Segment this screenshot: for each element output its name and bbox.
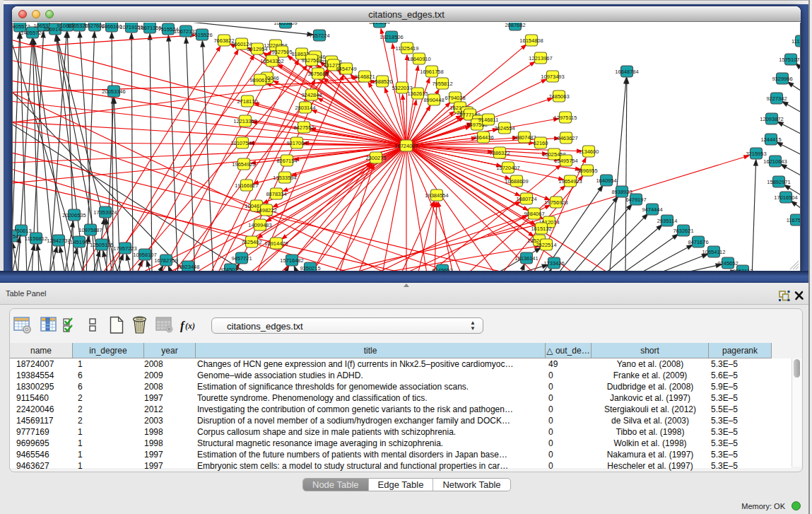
svg-text:16961758: 16961758 [420,69,443,75]
svg-text:20206535: 20206535 [62,212,86,218]
svg-text:1391547: 1391547 [13,233,22,240]
svg-text:10653809: 10653809 [273,23,297,26]
svg-text:9227342: 9227342 [766,95,787,102]
svg-text:2803144: 2803144 [295,105,315,111]
svg-text:7485063: 7485063 [548,93,569,100]
svg-text:10975887: 10975887 [78,227,102,233]
svg-text:6794028: 6794028 [445,95,465,101]
svg-text:9327508: 9327508 [301,57,322,64]
svg-text:8454749: 8454749 [336,66,356,72]
svg-text:8938923: 8938923 [611,189,632,195]
svg-text:12093872: 12093872 [760,116,783,122]
svg-text:8878334: 8878334 [266,191,286,197]
svg-text:18724007: 18724007 [394,143,418,149]
svg-text:16914479: 16914479 [264,240,288,247]
svg-text:9329966: 9329966 [772,76,792,82]
svg-text:12505135: 12505135 [90,242,113,248]
svg-text:16154808: 16154808 [519,37,543,44]
svg-text:9317004: 9317004 [286,140,307,146]
svg-text:10688609: 10688609 [505,178,528,185]
svg-text:12213363: 12213363 [233,118,257,124]
svg-text:11923448: 11923448 [177,264,200,270]
svg-text:1244415: 1244415 [760,136,781,143]
svg-text:6479197: 6479197 [625,197,646,203]
svg-text:1588520: 1588520 [372,78,392,85]
svg-text:9890613: 9890613 [249,77,270,83]
svg-text:9084067: 9084067 [524,211,544,217]
svg-text:19654923: 19654923 [558,178,582,185]
svg-text:9350215: 9350215 [300,265,320,271]
svg-text:7515526: 7515526 [192,32,212,38]
svg-text:3624554: 3624554 [494,125,514,132]
svg-text:1112048: 1112048 [792,38,800,45]
svg-text:7357224: 7357224 [309,33,329,39]
svg-text:9245652: 9245652 [717,260,738,267]
svg-text:8813054: 8813054 [369,23,389,25]
svg-text:10654112: 10654112 [702,249,726,255]
svg-text:8990448: 8990448 [423,97,444,103]
svg-text:2087682: 2087682 [505,23,525,28]
svg-text:18640910: 18640910 [407,56,430,62]
svg-text:8471676: 8471676 [688,239,708,245]
svg-text:9896955: 9896955 [577,168,597,174]
svg-text:19218506: 19218506 [379,34,403,40]
svg-text:7625402: 7625402 [241,239,261,245]
svg-text:9242848: 9242848 [301,92,322,98]
svg-text:16782759: 16782759 [154,257,177,264]
svg-text:10463627: 10463627 [554,135,577,141]
svg-text:1615132: 1615132 [531,226,551,232]
svg-text:11156812: 11156812 [25,235,47,242]
svg-text:19166827: 19166827 [235,182,258,189]
svg-text:7386322: 7386322 [489,150,510,156]
svg-text:13533594: 13533594 [273,175,296,181]
svg-text:8427552: 8427552 [293,124,314,131]
svg-text:3675685: 3675685 [307,71,328,77]
svg-text:19384554: 19384554 [425,192,448,199]
svg-text:15751074: 15751074 [779,57,800,63]
svg-text:2522514: 2522514 [536,242,556,248]
svg-text:16648784: 16648784 [615,69,638,75]
svg-text:15720407: 15720407 [496,165,519,171]
svg-text:(x): (x) [185,321,195,331]
svg-text:11451943: 11451943 [68,239,91,245]
svg-text:1880724: 1880724 [516,196,536,202]
svg-text:3215953: 3215953 [746,151,766,157]
svg-text:17016504: 17016504 [774,194,797,201]
svg-text:9457721: 9457721 [231,255,252,262]
svg-text:9474444: 9474444 [642,206,662,213]
svg-text:1167533: 1167533 [787,217,800,223]
svg-text:18136141: 18136141 [514,255,538,262]
svg-text:2718170: 2718170 [237,98,257,105]
svg-text:11325419: 11325419 [396,45,419,52]
svg-text:16543362: 16543362 [260,58,283,64]
svg-text:10107544: 10107544 [230,140,254,146]
svg-text:1498222: 1498222 [256,207,276,214]
svg-text:9327505: 9327505 [271,49,292,55]
svg-text:1640954: 1640954 [596,177,616,184]
svg-text:62160: 62160 [534,140,548,146]
svg-text:2300275: 2300275 [365,155,386,161]
svg-text:17957223: 17957223 [113,245,136,252]
svg-text:1134600: 1134600 [579,148,599,155]
svg-text:15892971: 15892971 [767,179,790,185]
svg-text:14099483: 14099483 [248,222,271,228]
svg-text:10958107: 10958107 [133,252,156,258]
svg-text:19654925: 19654925 [232,161,255,168]
svg-text:17353924: 17353924 [93,209,117,216]
svg-text:16210643: 16210643 [763,158,787,165]
svg-text:12975115: 12975115 [554,115,577,121]
svg-text:12213967: 12213967 [529,55,552,62]
svg-text:9146811: 9146811 [478,117,499,123]
svg-text:15495754: 15495754 [554,158,577,164]
svg-text:2935114: 2935114 [657,218,678,224]
svg-text:7955812: 7955812 [432,81,452,87]
svg-text:6466160: 6466160 [101,23,122,30]
svg-text:15716482: 15716482 [280,257,303,264]
svg-text:1733426: 1733426 [543,260,564,267]
svg-text:7632621: 7632621 [673,228,693,234]
svg-text:1362615: 1362615 [407,90,428,97]
svg-text:19756928: 19756928 [544,199,567,206]
svg-text:20053346: 20053346 [102,88,125,95]
svg-text:2364436: 2364436 [473,134,493,141]
svg-text:10973493: 10973493 [541,74,564,80]
